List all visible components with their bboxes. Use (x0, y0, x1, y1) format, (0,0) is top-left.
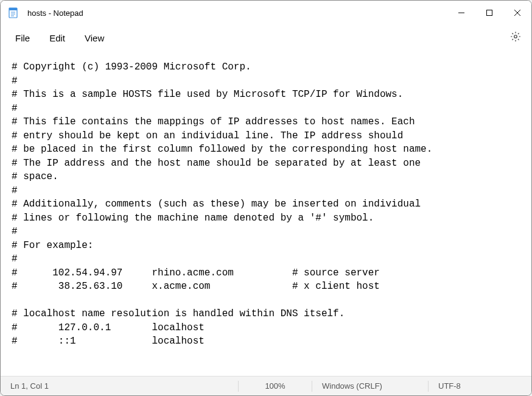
notepad-window: hosts - Notepad File Edit View (0, 0, 532, 396)
status-bar: Ln 1, Col 1 100% Windows (CRLF) UTF-8 (1, 376, 531, 395)
settings-button[interactable] (505, 27, 527, 49)
menu-bar: File Edit View (1, 25, 531, 51)
status-encoding[interactable]: UTF-8 (429, 377, 531, 395)
menu-file[interactable]: File (5, 29, 40, 47)
gear-icon (510, 31, 521, 44)
window-controls (447, 1, 531, 25)
menu-edit[interactable]: Edit (40, 29, 75, 47)
maximize-button[interactable] (475, 1, 503, 25)
notepad-icon (8, 7, 19, 18)
svg-point-9 (514, 35, 517, 38)
status-zoom[interactable]: 100% (239, 377, 312, 395)
svg-rect-1 (9, 8, 17, 10)
status-position[interactable]: Ln 1, Col 1 (1, 377, 238, 395)
title-bar[interactable]: hosts - Notepad (1, 1, 531, 25)
window-title: hosts - Notepad (27, 9, 447, 18)
svg-rect-6 (487, 10, 492, 16)
status-line-ending[interactable]: Windows (CRLF) (312, 377, 428, 395)
text-editor[interactable]: # Copyright (c) 1993-2009 Microsoft Corp… (1, 51, 531, 376)
menu-view[interactable]: View (75, 29, 114, 47)
close-button[interactable] (503, 1, 531, 25)
minimize-button[interactable] (447, 1, 475, 25)
